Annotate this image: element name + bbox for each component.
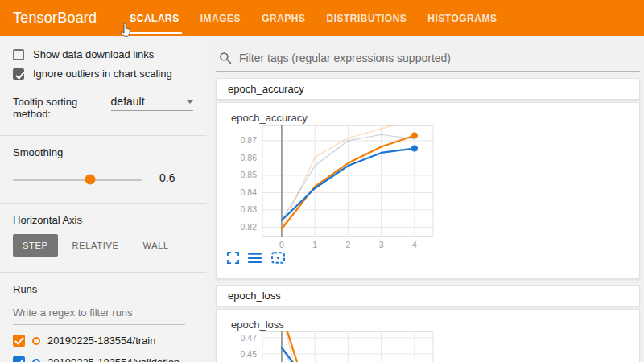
card-body-epoch-loss: epoch_loss 0.470.450.430.410.390.370.350… — [216, 309, 640, 362]
tab-graphs-label: GRAPHS — [262, 13, 305, 24]
horizontal-axis-label: Horizontal Axis — [13, 214, 193, 226]
card-body-epoch-accuracy: epoch_accuracy 0.820.830.840.850.860.870… — [216, 102, 640, 279]
tab-scalars-label: SCALARS — [130, 13, 180, 24]
ignore-outliers-checkbox-row[interactable]: Ignore outliers in chart scaling — [13, 68, 193, 80]
divider — [0, 203, 206, 204]
wall-button[interactable]: WALL — [134, 234, 179, 257]
search-icon — [219, 51, 232, 64]
chart-toolbar — [227, 252, 286, 264]
checkbox-label: Show data download links — [33, 48, 154, 60]
svg-text:1: 1 — [312, 240, 317, 249]
chart-title: epoch_accuracy — [231, 112, 308, 124]
svg-text:0: 0 — [279, 240, 284, 249]
checkbox-checked-icon[interactable] — [13, 68, 24, 80]
runs-filter-input[interactable] — [13, 305, 185, 325]
show-download-links-checkbox-row[interactable]: Show data download links — [13, 48, 193, 60]
svg-text:0.45: 0.45 — [241, 349, 258, 359]
svg-text:4: 4 — [412, 240, 417, 249]
tooltip-sorting-value: default — [111, 95, 145, 108]
tag-filter-input[interactable] — [239, 51, 637, 64]
svg-text:0.82: 0.82 — [241, 222, 258, 232]
tab-images[interactable]: IMAGES — [190, 0, 251, 36]
run-checkbox-checked-icon[interactable] — [13, 335, 25, 347]
expand-icon[interactable] — [227, 252, 239, 264]
tab-images-label: IMAGES — [200, 13, 241, 24]
runs-title: Runs — [13, 283, 193, 295]
run-label: 20190225-183554/validation — [47, 356, 180, 362]
run-color-circle-icon[interactable] — [32, 359, 40, 362]
tab-histograms[interactable]: HISTOGRAMS — [417, 0, 507, 36]
run-row-validation[interactable]: 20190225-183554/validation — [13, 356, 193, 362]
tag-filter-row — [216, 44, 640, 72]
smoothing-slider-row: 0.6 — [13, 171, 193, 187]
smoothing-label: Smoothing — [13, 146, 193, 158]
chart-title: epoch_loss — [231, 319, 284, 331]
checkbox-label: Ignore outliers in chart scaling — [33, 68, 172, 80]
tooltip-sorting-row: Tooltip sorting method: default — [13, 95, 193, 120]
slider-thumb[interactable] — [85, 175, 96, 185]
card-title: epoch_accuracy — [228, 83, 304, 95]
svg-text:2: 2 — [345, 240, 350, 249]
smoothing-value-field[interactable]: 0.6 — [158, 171, 192, 187]
toggle-y-axis-icon[interactable] — [248, 252, 262, 264]
card-title: epoch_loss — [228, 290, 281, 302]
run-row-train[interactable]: 20190225-183554/train — [13, 335, 193, 347]
fit-domain-icon[interactable] — [270, 252, 286, 264]
main-panel: epoch_accuracy epoch_accuracy 0.820.830.… — [206, 36, 644, 362]
tab-graphs[interactable]: GRAPHS — [251, 0, 316, 36]
tooltip-sorting-label: Tooltip sorting method: — [13, 96, 105, 120]
run-label: 20190225-183554/train — [47, 335, 155, 347]
checkbox-unchecked-icon[interactable] — [13, 49, 24, 60]
tab-bar: SCALARS IMAGES GRAPHS DISTRIBUTIONS HIST… — [119, 0, 507, 36]
svg-text:3: 3 — [379, 240, 384, 249]
sidebar: Show data download links Ignore outliers… — [0, 36, 206, 362]
svg-text:0.85: 0.85 — [241, 170, 258, 179]
relative-button[interactable]: RELATIVE — [63, 234, 129, 257]
svg-text:0.47: 0.47 — [241, 333, 258, 343]
tensorboard-app: TensorBoard SCALARS IMAGES GRAPHS DISTRI… — [0, 0, 644, 362]
run-color-circle-icon[interactable] — [32, 337, 40, 345]
mouse-cursor-hand-icon — [120, 23, 131, 40]
run-checkbox-checked-icon[interactable] — [13, 356, 25, 362]
app-header: TensorBoard SCALARS IMAGES GRAPHS DISTRI… — [0, 0, 644, 36]
smoothing-slider[interactable] — [13, 179, 142, 181]
svg-text:0.86: 0.86 — [241, 153, 258, 162]
epoch-accuracy-chart[interactable]: 0.820.830.840.850.860.8701234 — [225, 125, 442, 253]
app-title: TensorBoard — [13, 10, 97, 27]
horizontal-axis-buttons: STEP RELATIVE WALL — [13, 234, 193, 257]
svg-text:0.84: 0.84 — [241, 187, 258, 197]
tab-histograms-label: HISTOGRAMS — [427, 13, 497, 24]
card-header-epoch-accuracy[interactable]: epoch_accuracy — [216, 78, 640, 100]
svg-text:0.83: 0.83 — [241, 204, 258, 214]
tab-distributions[interactable]: DISTRIBUTIONS — [316, 0, 417, 36]
svg-text:0.87: 0.87 — [241, 135, 258, 145]
card-header-epoch-loss[interactable]: epoch_loss — [216, 285, 640, 306]
epoch-loss-chart[interactable]: 0.470.450.430.410.390.370.3501234 — [225, 331, 442, 362]
tooltip-sorting-dropdown[interactable]: default — [111, 95, 193, 111]
step-button[interactable]: STEP — [13, 234, 58, 257]
divider — [0, 135, 206, 136]
dropdown-arrow-icon — [187, 100, 193, 104]
divider — [0, 272, 206, 273]
tab-distributions-label: DISTRIBUTIONS — [326, 13, 407, 24]
